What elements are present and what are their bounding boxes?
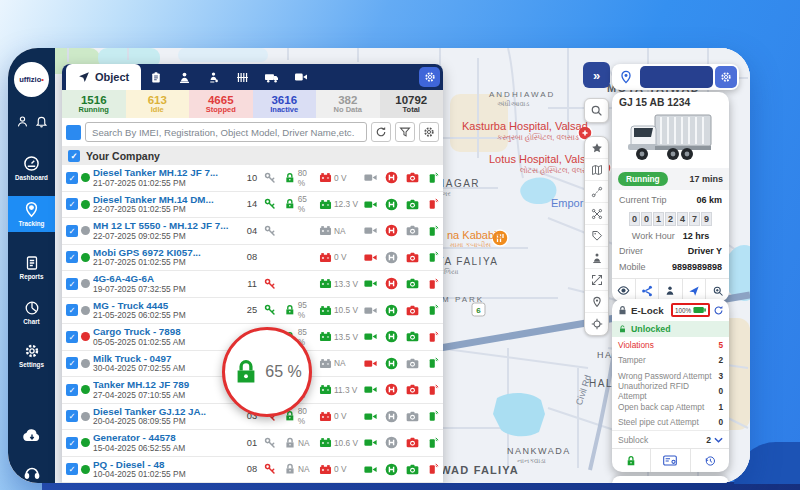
route-icon[interactable] bbox=[585, 181, 608, 203]
row-checkbox[interactable]: ✓ bbox=[66, 331, 78, 343]
battery-voltage-icon[interactable]: 0 V bbox=[319, 251, 361, 264]
immobilizer-icon[interactable] bbox=[385, 330, 403, 343]
nearby-objects-icon[interactable] bbox=[585, 247, 608, 269]
stat-inactive[interactable]: 3616Inactive bbox=[253, 90, 317, 118]
row-checkbox[interactable]: ✓ bbox=[66, 304, 78, 316]
video-icon[interactable] bbox=[364, 251, 382, 264]
row-checkbox[interactable]: ✓ bbox=[66, 463, 78, 475]
vehicle-row[interactable]: ✓MG - Truck 444521-05-2025 06:02:55 PM25… bbox=[62, 298, 443, 325]
video-icon[interactable] bbox=[364, 198, 382, 211]
battery-voltage-icon[interactable]: NA bbox=[319, 224, 361, 237]
immobilizer-icon[interactable] bbox=[385, 410, 403, 423]
vehicle-row[interactable]: ✓4G-6A-4G-6A19-07-2025 07:32:55 PM1113.3… bbox=[62, 271, 443, 298]
cloud-download-icon[interactable] bbox=[8, 428, 55, 444]
row-checkbox[interactable]: ✓ bbox=[66, 357, 78, 369]
ignition-key-icon[interactable] bbox=[264, 225, 281, 237]
company-checkbox[interactable]: ✓ bbox=[68, 150, 80, 162]
camera-icon[interactable] bbox=[406, 463, 424, 476]
camera-icon[interactable] bbox=[406, 330, 424, 343]
ignition-key-icon[interactable] bbox=[264, 172, 281, 184]
collapse-panel-button[interactable]: » bbox=[583, 62, 610, 88]
camera-icon[interactable] bbox=[406, 383, 424, 396]
immobilizer-icon[interactable] bbox=[385, 383, 403, 396]
battery-voltage-icon[interactable]: 11.3 V bbox=[319, 383, 361, 396]
battery-voltage-icon[interactable]: 12.3 V bbox=[319, 198, 361, 211]
battery-voltage-icon[interactable]: 10.5 V bbox=[319, 304, 361, 317]
camera-icon[interactable] bbox=[406, 251, 424, 264]
activity-refresh-button[interactable] bbox=[713, 482, 723, 483]
battery-voltage-icon[interactable]: NA bbox=[319, 357, 361, 370]
panel-settings-button[interactable] bbox=[419, 67, 440, 87]
uffizio-logo[interactable]: uffizio• bbox=[14, 62, 49, 97]
elock-refresh-button[interactable] bbox=[713, 305, 724, 316]
vehicle-row[interactable]: ✓PQ - Diesel - 4810-04-2025 01:02:55 PM0… bbox=[62, 457, 443, 484]
vehicle-row[interactable]: ✓MH 12 LT 5550 - MH.12 JF 7...22-07-2025… bbox=[62, 218, 443, 245]
camera-icon[interactable] bbox=[406, 277, 424, 290]
mobile-signal-icon[interactable] bbox=[427, 304, 439, 316]
vehicle-row[interactable]: ✓Generator - 4457815-04-2025 06:52:55 AM… bbox=[62, 430, 443, 457]
stat-idle[interactable]: 613Idle bbox=[126, 90, 190, 118]
elock-status-icon[interactable]: 95 % bbox=[284, 300, 316, 320]
immobilizer-icon[interactable] bbox=[385, 224, 403, 237]
stat-nodata[interactable]: 382No Data bbox=[316, 90, 380, 118]
elock-status-icon[interactable]: 65 % bbox=[284, 194, 316, 214]
list-settings-button[interactable] bbox=[419, 122, 439, 142]
video-icon[interactable] bbox=[364, 171, 382, 184]
mobile-signal-icon[interactable] bbox=[427, 463, 439, 475]
vehicle-row[interactable]: ✓Diesel Tanker MH.12 JF 7...21-07-2025 0… bbox=[62, 165, 443, 192]
object-settings-button[interactable] bbox=[715, 66, 737, 88]
elock-status-icon[interactable]: NA bbox=[284, 437, 316, 449]
map-type-icon[interactable] bbox=[585, 159, 608, 181]
mobile-signal-icon[interactable] bbox=[427, 357, 439, 369]
camera-icon[interactable] bbox=[406, 357, 424, 370]
ignition-key-icon[interactable] bbox=[264, 304, 281, 316]
camera-icon[interactable] bbox=[406, 410, 424, 423]
today-activity-panel[interactable]: Today's Activity bbox=[612, 476, 729, 483]
fit-screen-icon[interactable] bbox=[585, 269, 608, 291]
sidebar-item-settings[interactable]: Settings bbox=[8, 338, 55, 373]
mobile-signal-icon[interactable] bbox=[427, 384, 439, 396]
map-search-button[interactable] bbox=[584, 98, 609, 123]
vehicle-name[interactable]: MH 12 LT 5550 - MH.12 JF 7... bbox=[93, 220, 240, 231]
sidebar-item-dashboard[interactable]: Dashboard bbox=[8, 150, 55, 186]
select-all-checkbox[interactable] bbox=[66, 125, 81, 140]
vehicle-name[interactable]: 4G-6A-4G-6A bbox=[93, 273, 240, 284]
sublock-row[interactable]: Sublock 2 bbox=[612, 430, 729, 448]
camera-icon[interactable] bbox=[406, 171, 424, 184]
camera-icon[interactable] bbox=[406, 436, 424, 449]
stat-running[interactable]: 1516Running bbox=[62, 90, 126, 118]
vehicle-row[interactable]: ✓Diesel Tanker MH.14 DM...22-07-2025 01:… bbox=[62, 192, 443, 219]
immobilizer-icon[interactable] bbox=[385, 463, 403, 476]
immobilizer-icon[interactable] bbox=[385, 304, 403, 317]
immobilizer-icon[interactable] bbox=[385, 198, 403, 211]
vehicle-row[interactable]: ✓Mobi GPS 6972 KI057...21-07-2025 01:02:… bbox=[62, 245, 443, 272]
poi-star-icon[interactable] bbox=[585, 137, 608, 159]
video-icon[interactable] bbox=[364, 383, 382, 396]
label-tag-icon[interactable] bbox=[585, 225, 608, 247]
history-button[interactable] bbox=[690, 449, 729, 472]
ignition-key-icon[interactable] bbox=[264, 437, 281, 449]
notification-bell-icon[interactable] bbox=[35, 114, 48, 132]
object-location-icon[interactable] bbox=[614, 66, 638, 88]
video-icon[interactable] bbox=[364, 330, 382, 343]
rfid-card-button[interactable] bbox=[650, 449, 689, 472]
ignition-key-icon[interactable] bbox=[264, 463, 281, 475]
row-checkbox[interactable]: ✓ bbox=[66, 410, 78, 422]
row-checkbox[interactable]: ✓ bbox=[66, 251, 78, 263]
mobile-signal-icon[interactable] bbox=[427, 331, 439, 343]
stat-stopped[interactable]: 4665Stopped bbox=[189, 90, 253, 118]
drone-view-icon[interactable] bbox=[585, 203, 608, 225]
ignition-key-icon[interactable] bbox=[264, 278, 281, 290]
vehicle-name[interactable]: Generator - 44578 bbox=[93, 432, 240, 443]
filter-button[interactable] bbox=[395, 122, 415, 142]
tab-technician[interactable] bbox=[199, 71, 228, 84]
profile-icon[interactable] bbox=[16, 114, 29, 132]
elock-status-icon[interactable]: NA bbox=[284, 463, 316, 475]
video-icon[interactable] bbox=[364, 463, 382, 476]
row-checkbox[interactable]: ✓ bbox=[66, 198, 78, 210]
mobile-signal-icon[interactable] bbox=[427, 172, 439, 184]
battery-voltage-icon[interactable]: 0 V bbox=[319, 410, 361, 423]
video-icon[interactable] bbox=[364, 436, 382, 449]
refresh-button[interactable] bbox=[371, 122, 391, 142]
video-icon[interactable] bbox=[364, 224, 382, 237]
